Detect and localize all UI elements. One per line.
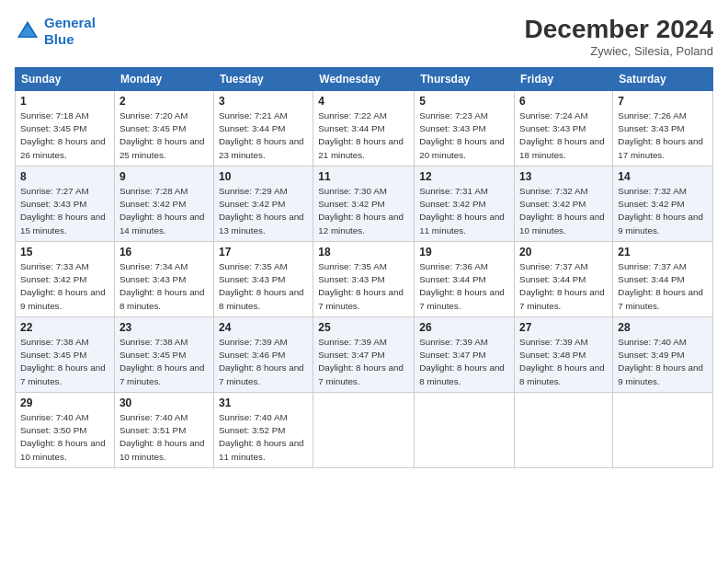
day-number: 22 [20,321,109,334]
logo-icon [15,18,40,44]
calendar-cell: 10Sunrise: 7:29 AMSunset: 3:42 PMDayligh… [213,167,313,242]
day-number: 21 [618,246,708,259]
day-info: Sunrise: 7:30 AMSunset: 3:42 PMDaylight:… [318,185,409,237]
calendar-cell: 18Sunrise: 7:35 AMSunset: 3:43 PMDayligh… [313,242,415,317]
day-number: 31 [219,396,308,409]
calendar-cell: 24Sunrise: 7:39 AMSunset: 3:46 PMDayligh… [213,317,313,393]
day-info: Sunrise: 7:39 AMSunset: 3:46 PMDaylight:… [219,336,308,388]
day-number: 28 [618,321,708,334]
day-info: Sunrise: 7:21 AMSunset: 3:44 PMDaylight:… [219,109,308,162]
dow-header-sunday: Sunday [16,68,115,91]
calendar-cell: 25Sunrise: 7:39 AMSunset: 3:47 PMDayligh… [313,317,415,393]
subtitle: Zywiec, Silesia, Poland [525,44,713,58]
day-number: 4 [318,95,409,108]
calendar-cell: 27Sunrise: 7:39 AMSunset: 3:48 PMDayligh… [515,317,613,393]
calendar: SundayMondayTuesdayWednesdayThursdayFrid… [15,67,713,468]
calendar-cell [613,393,713,468]
title-block: December 2024 Zywiec, Silesia, Poland [525,15,713,58]
day-number: 18 [318,246,409,259]
week-row-0: 1Sunrise: 7:18 AMSunset: 3:45 PMDaylight… [16,91,713,167]
days-of-week-row: SundayMondayTuesdayWednesdayThursdayFrid… [16,68,713,91]
calendar-cell: 5Sunrise: 7:23 AMSunset: 3:43 PMDaylight… [415,91,515,167]
calendar-cell: 19Sunrise: 7:36 AMSunset: 3:44 PMDayligh… [415,242,515,317]
calendar-cell: 8Sunrise: 7:27 AMSunset: 3:43 PMDaylight… [16,167,115,242]
day-number: 3 [219,95,308,108]
day-info: Sunrise: 7:18 AMSunset: 3:45 PMDaylight:… [20,109,109,162]
day-number: 16 [119,246,209,259]
day-info: Sunrise: 7:37 AMSunset: 3:44 PMDaylight:… [618,260,708,313]
calendar-cell: 6Sunrise: 7:24 AMSunset: 3:43 PMDaylight… [515,91,613,167]
day-info: Sunrise: 7:39 AMSunset: 3:47 PMDaylight:… [318,336,409,388]
day-number: 27 [519,321,608,334]
day-info: Sunrise: 7:22 AMSunset: 3:44 PMDaylight:… [318,109,409,162]
calendar-body: 1Sunrise: 7:18 AMSunset: 3:45 PMDaylight… [16,91,713,468]
day-info: Sunrise: 7:40 AMSunset: 3:50 PMDaylight:… [20,411,109,464]
day-info: Sunrise: 7:36 AMSunset: 3:44 PMDaylight:… [419,260,509,313]
day-number: 9 [119,170,209,183]
page: General Blue December 2024 Zywiec, Siles… [0,0,728,563]
day-info: Sunrise: 7:33 AMSunset: 3:42 PMDaylight:… [20,260,109,313]
day-number: 11 [318,170,409,183]
dow-header-thursday: Thursday [415,68,515,91]
week-row-1: 8Sunrise: 7:27 AMSunset: 3:43 PMDaylight… [16,167,713,242]
calendar-cell: 20Sunrise: 7:37 AMSunset: 3:44 PMDayligh… [515,242,613,317]
day-number: 14 [618,170,708,183]
calendar-cell: 2Sunrise: 7:20 AMSunset: 3:45 PMDaylight… [114,91,213,167]
calendar-cell: 9Sunrise: 7:28 AMSunset: 3:42 PMDaylight… [114,167,213,242]
calendar-cell: 4Sunrise: 7:22 AMSunset: 3:44 PMDaylight… [313,91,415,167]
calendar-cell: 14Sunrise: 7:32 AMSunset: 3:42 PMDayligh… [613,167,713,242]
day-number: 17 [219,246,308,259]
day-info: Sunrise: 7:40 AMSunset: 3:51 PMDaylight:… [119,411,209,464]
day-info: Sunrise: 7:35 AMSunset: 3:43 PMDaylight:… [219,260,308,313]
day-number: 25 [318,321,409,334]
calendar-cell: 29Sunrise: 7:40 AMSunset: 3:50 PMDayligh… [16,393,115,468]
day-info: Sunrise: 7:32 AMSunset: 3:42 PMDaylight:… [618,185,708,237]
calendar-cell [415,393,515,468]
day-info: Sunrise: 7:34 AMSunset: 3:43 PMDaylight:… [119,260,209,313]
day-number: 7 [618,95,708,108]
calendar-cell [515,393,613,468]
day-number: 10 [219,170,308,183]
day-info: Sunrise: 7:24 AMSunset: 3:43 PMDaylight:… [519,109,608,162]
day-info: Sunrise: 7:39 AMSunset: 3:48 PMDaylight:… [519,336,608,388]
day-number: 12 [419,170,509,183]
calendar-cell: 15Sunrise: 7:33 AMSunset: 3:42 PMDayligh… [16,242,115,317]
day-number: 20 [519,246,608,259]
day-number: 1 [20,95,109,108]
day-number: 29 [20,396,109,409]
day-number: 2 [119,95,209,108]
day-info: Sunrise: 7:40 AMSunset: 3:49 PMDaylight:… [618,336,708,388]
day-info: Sunrise: 7:37 AMSunset: 3:44 PMDaylight:… [519,260,608,313]
calendar-cell: 1Sunrise: 7:18 AMSunset: 3:45 PMDaylight… [16,91,115,167]
day-number: 26 [419,321,509,334]
logo: General Blue [15,15,96,48]
calendar-cell: 11Sunrise: 7:30 AMSunset: 3:42 PMDayligh… [313,167,415,242]
dow-header-saturday: Saturday [613,68,713,91]
dow-header-tuesday: Tuesday [213,68,313,91]
calendar-cell: 16Sunrise: 7:34 AMSunset: 3:43 PMDayligh… [114,242,213,317]
logo-text: General Blue [44,15,96,48]
day-info: Sunrise: 7:40 AMSunset: 3:52 PMDaylight:… [219,411,308,464]
day-number: 19 [419,246,509,259]
calendar-cell: 26Sunrise: 7:39 AMSunset: 3:47 PMDayligh… [415,317,515,393]
header: General Blue December 2024 Zywiec, Siles… [15,15,713,58]
calendar-cell: 31Sunrise: 7:40 AMSunset: 3:52 PMDayligh… [213,393,313,468]
calendar-cell: 30Sunrise: 7:40 AMSunset: 3:51 PMDayligh… [114,393,213,468]
calendar-cell: 23Sunrise: 7:38 AMSunset: 3:45 PMDayligh… [114,317,213,393]
calendar-cell: 3Sunrise: 7:21 AMSunset: 3:44 PMDaylight… [213,91,313,167]
day-number: 6 [519,95,608,108]
day-number: 30 [119,396,209,409]
day-number: 8 [20,170,109,183]
dow-header-monday: Monday [114,68,213,91]
day-info: Sunrise: 7:29 AMSunset: 3:42 PMDaylight:… [219,185,308,237]
calendar-cell: 22Sunrise: 7:38 AMSunset: 3:45 PMDayligh… [16,317,115,393]
day-number: 15 [20,246,109,259]
day-info: Sunrise: 7:38 AMSunset: 3:45 PMDaylight:… [20,336,109,388]
dow-header-friday: Friday [515,68,613,91]
day-info: Sunrise: 7:26 AMSunset: 3:43 PMDaylight:… [618,109,708,162]
calendar-cell [313,393,415,468]
day-info: Sunrise: 7:32 AMSunset: 3:42 PMDaylight:… [519,185,608,237]
week-row-2: 15Sunrise: 7:33 AMSunset: 3:42 PMDayligh… [16,242,713,317]
calendar-cell: 12Sunrise: 7:31 AMSunset: 3:42 PMDayligh… [415,167,515,242]
calendar-cell: 17Sunrise: 7:35 AMSunset: 3:43 PMDayligh… [213,242,313,317]
